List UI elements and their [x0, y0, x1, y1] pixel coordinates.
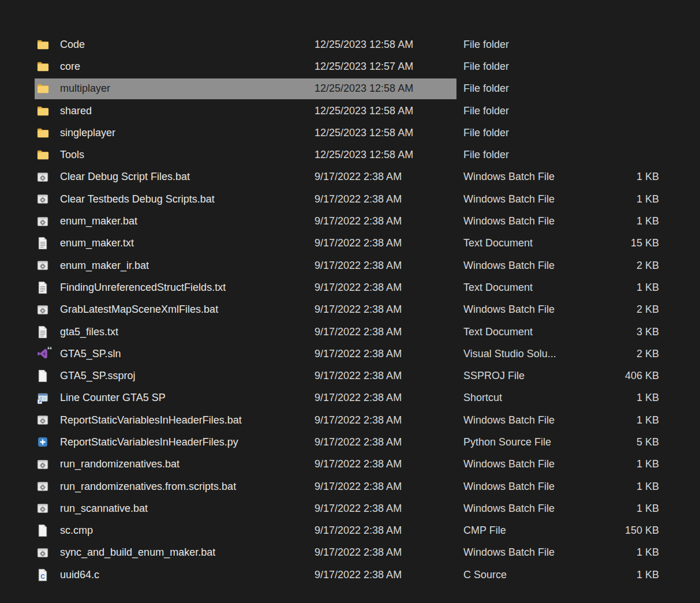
file-row[interactable]: C uuid64.c 9/17/2022 2:38 AM C Source 1 … [0, 564, 700, 586]
file-date-modified: 12/25/2023 12:58 AM [315, 127, 463, 139]
file-type: Text Document [463, 326, 577, 338]
file-name: ReportStaticVariablesInHeaderFiles.bat [60, 414, 242, 426]
file-name: enum_maker.bat [60, 215, 137, 227]
folder-icon [36, 59, 50, 73]
file-row[interactable]: enum_maker_ir.bat 9/17/2022 2:38 AM Wind… [0, 254, 700, 276]
file-size: 1 KB [577, 503, 659, 515]
shortcut-icon [36, 391, 50, 405]
bat-icon [36, 458, 50, 471]
file-date-modified: 9/17/2022 2:38 AM [315, 260, 463, 272]
file-row[interactable]: Line Counter GTA5 SP 9/17/2022 2:38 AM S… [0, 387, 700, 409]
file-name: sc.cmp [60, 525, 93, 537]
file-row[interactable]: singleplayer 12/25/2023 12:58 AM File fo… [0, 122, 700, 144]
file-row[interactable]: GTA5_SP.ssproj 9/17/2022 2:38 AM SSPROJ … [0, 365, 700, 387]
file-type: Windows Batch File [463, 414, 577, 426]
file-date-modified: 9/17/2022 2:38 AM [315, 237, 463, 249]
folder-icon [36, 82, 50, 96]
file-size: 1 KB [577, 546, 659, 559]
file-name: enum_maker_ir.bat [60, 260, 149, 272]
file-type: C Source [463, 569, 577, 581]
file-size: 150 KB [577, 525, 659, 537]
file-type: Text Document [463, 282, 577, 294]
file-date-modified: 9/17/2022 2:38 AM [315, 569, 463, 581]
file-size: 1 KB [577, 215, 659, 227]
file-size: 2 KB [577, 348, 659, 360]
file-name: multiplayer [60, 83, 110, 95]
file-type: Windows Batch File [463, 481, 577, 493]
file-size: 1 KB [577, 414, 659, 426]
file-size: 15 KB [577, 237, 659, 249]
file-row[interactable]: FindingUnreferencedStructFields.txt 9/17… [0, 276, 700, 298]
file-size: 5 KB [577, 436, 659, 448]
file-date-modified: 9/17/2022 2:38 AM [315, 326, 463, 338]
file-date-modified: 9/17/2022 2:38 AM [315, 304, 463, 316]
file-row[interactable]: enum_maker.bat 9/17/2022 2:38 AM Windows… [0, 210, 700, 232]
file-name: FindingUnreferencedStructFields.txt [60, 282, 226, 294]
file-type: File folder [463, 83, 577, 95]
file-name: sync_and_build_enum_maker.bat [60, 546, 215, 559]
file-type: File folder [463, 149, 577, 161]
file-row[interactable]: ReportStaticVariablesInHeaderFiles.py 9/… [0, 431, 700, 453]
file-type: CMP File [463, 525, 577, 537]
txt-icon [36, 237, 50, 250]
file-row[interactable]: ReportStaticVariablesInHeaderFiles.bat 9… [0, 409, 700, 431]
file-row[interactable]: enum_maker.txt 9/17/2022 2:38 AM Text Do… [0, 233, 700, 254]
file-row[interactable]: Code 12/25/2023 12:58 AM File folder [0, 33, 700, 55]
file-date-modified: 12/25/2023 12:58 AM [315, 149, 463, 161]
file-date-modified: 9/17/2022 2:38 AM [315, 503, 463, 515]
file-row[interactable]: Clear Debug Script Files.bat 9/17/2022 2… [0, 166, 700, 188]
file-date-modified: 9/17/2022 2:38 AM [315, 436, 463, 448]
file-type: Text Document [463, 237, 577, 249]
file-size: 1 KB [577, 481, 659, 493]
c-icon: C [36, 568, 50, 582]
file-row[interactable]: GrabLatestMapSceneXmlFiles.bat 9/17/2022… [0, 299, 700, 321]
folder-icon [36, 104, 50, 118]
file-size: 406 KB [577, 370, 659, 382]
file-date-modified: 9/17/2022 2:38 AM [315, 282, 463, 294]
file-name: uuid64.c [60, 569, 99, 581]
file-date-modified: 12/25/2023 12:57 AM [315, 61, 463, 73]
file-type: Shortcut [463, 392, 577, 404]
file-type: File folder [463, 39, 577, 51]
file-type: File folder [463, 61, 577, 73]
bat-icon [36, 501, 50, 515]
file-row[interactable]: Clear Testbeds Debug Scripts.bat 9/17/20… [0, 188, 700, 210]
file-name: GTA5_SP.sln [60, 348, 121, 360]
file-name: Clear Testbeds Debug Scripts.bat [60, 193, 215, 205]
file-row[interactable]: sync_and_build_enum_maker.bat 9/17/2022 … [0, 542, 700, 564]
file-type: Windows Batch File [463, 503, 577, 515]
bat-icon [36, 546, 50, 560]
file-row[interactable]: sc.cmp 9/17/2022 2:38 AM CMP File 150 KB [0, 520, 700, 542]
file-row[interactable]: gta5_files.txt 9/17/2022 2:38 AM Text Do… [0, 321, 700, 343]
vs-version-badge: 11 [47, 347, 53, 350]
file-row[interactable]: shared 12/25/2023 12:58 AM File folder [0, 100, 700, 122]
file-row[interactable]: run_randomizenatives.bat 9/17/2022 2:38 … [0, 454, 700, 475]
file-row[interactable]: run_scannative.bat 9/17/2022 2:38 AM Win… [0, 497, 700, 519]
folder-icon [36, 148, 50, 162]
sln-icon: 11 [36, 347, 50, 361]
file-name: core [60, 61, 80, 73]
file-row[interactable]: Tools 12/25/2023 12:58 AM File folder [0, 144, 700, 166]
file-type: File folder [463, 127, 577, 139]
file-row[interactable]: run_randomizenatives.from.scripts.bat 9/… [0, 475, 700, 497]
file-type: Windows Batch File [463, 304, 577, 316]
file-type: Windows Batch File [463, 215, 577, 227]
file-type: Windows Batch File [463, 458, 577, 470]
file-name: gta5_files.txt [60, 326, 118, 338]
file-name: run_randomizenatives.bat [60, 458, 179, 470]
file-row[interactable]: 11 GTA5_SP.sln 9/17/2022 2:38 AM Visual … [0, 343, 700, 365]
file-row[interactable]: multiplayer 12/25/2023 12:58 AM File fol… [0, 78, 700, 100]
file-name: enum_maker.txt [60, 237, 134, 249]
file-date-modified: 9/17/2022 2:38 AM [315, 348, 463, 360]
file-name: GTA5_SP.ssproj [60, 370, 135, 382]
file-size: 1 KB [577, 569, 659, 581]
file-row[interactable]: core 12/25/2023 12:57 AM File folder [0, 55, 700, 77]
bat-icon [36, 303, 50, 317]
file-size: 3 KB [577, 326, 659, 338]
file-name: singleplayer [60, 127, 115, 139]
file-date-modified: 9/17/2022 2:38 AM [315, 481, 463, 493]
file-icon [36, 369, 50, 383]
txt-icon [36, 280, 50, 294]
file-date-modified: 9/17/2022 2:38 AM [315, 193, 463, 205]
file-size: 1 KB [577, 171, 659, 183]
